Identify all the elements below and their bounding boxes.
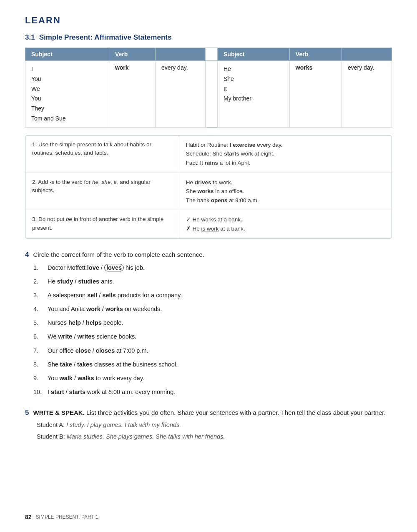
table-left-adverb: every day. bbox=[156, 61, 206, 128]
exercise-5-header: 5 WRITE & SPEAK. List three activities y… bbox=[25, 409, 392, 417]
table-left-extra-header bbox=[156, 48, 206, 61]
sentence-2-num: 2. bbox=[33, 277, 45, 286]
section-title: Simple Present: Affirmative Statements bbox=[39, 33, 172, 42]
exercise-4-list: 1. Doctor Moffett love / loves his job. … bbox=[25, 263, 392, 397]
student-b-text: Maria studies. She plays games. She talk… bbox=[67, 433, 225, 440]
sentence-10-num: 10. bbox=[33, 387, 45, 397]
table-right-verb-header: Verb bbox=[289, 48, 342, 61]
exercise-5-body: Student A: I study. I play games. I talk… bbox=[25, 420, 392, 441]
notes-row-3: 3. Do not put be in front of another ver… bbox=[25, 210, 392, 238]
student-a-label: Student A: bbox=[37, 422, 66, 428]
exercise-5-section: 5 WRITE & SPEAK. List three activities y… bbox=[25, 409, 392, 441]
notes-left-1: 1. Use the simple present to talk about … bbox=[25, 136, 179, 173]
sentence-5-num: 5. bbox=[33, 318, 45, 328]
exercise-4-instruction: Circle the correct form of the verb to c… bbox=[33, 251, 204, 258]
table-right-adverb: every day. bbox=[342, 61, 392, 128]
student-b-label: Student B: bbox=[37, 433, 67, 440]
student-b-line: Student B: Maria studies. She plays game… bbox=[37, 432, 392, 442]
sentence-8: 8. She take / takes classes at the busin… bbox=[33, 360, 392, 369]
sentence-7-text: Our office close / closes at 7:00 p.m. bbox=[48, 346, 148, 356]
sentence-9-text: You walk / walks to work every day. bbox=[48, 374, 144, 383]
sentence-9: 9. You walk / walks to work every day. bbox=[33, 374, 392, 383]
learn-title: LEARN bbox=[25, 15, 392, 26]
sentence-1-num: 1. bbox=[33, 263, 45, 273]
sentence-4: 4. You and Anita work / works on weekend… bbox=[33, 304, 392, 314]
notes-right-1: Habit or Routine: I exercise every day. … bbox=[179, 136, 392, 173]
sentence-3: 3. A salesperson sell / sells products f… bbox=[33, 291, 392, 300]
notes-left-2: 2. Add -s to the verb for he, she, it, a… bbox=[25, 173, 179, 210]
table-left-subjects: IYouWeYouTheyTom and Sue bbox=[25, 61, 109, 128]
section-number: 3.1 bbox=[25, 33, 35, 42]
sentence-10-text: I start / starts work at 8:00 a.m. every… bbox=[48, 387, 175, 397]
notes-box: 1. Use the simple present to talk about … bbox=[25, 135, 392, 239]
write-speak-label: WRITE & SPEAK. bbox=[33, 409, 84, 416]
sentence-6-num: 6. bbox=[33, 332, 45, 341]
notes-right-2: He drives to work. She works in an offic… bbox=[179, 173, 392, 210]
footer-label: SIMPLE PRESENT: PART 1 bbox=[36, 514, 98, 520]
notes-right-3: ✓ He works at a bank. ✗ He is work at a … bbox=[179, 210, 392, 238]
sentence-7-num: 7. bbox=[33, 346, 45, 356]
table-left-verb: work bbox=[109, 61, 155, 128]
sentence-2: 2. He study / studies ants. bbox=[33, 277, 392, 286]
sentence-7: 7. Our office close / closes at 7:00 p.m… bbox=[33, 346, 392, 356]
sentence-2-text: He study / studies ants. bbox=[48, 277, 114, 286]
sentence-6-text: We write / writes science books. bbox=[48, 332, 136, 341]
sentence-1-text: Doctor Moffett love / loves his job. bbox=[48, 263, 145, 273]
sentence-9-num: 9. bbox=[33, 374, 45, 383]
notes-row-1: 1. Use the simple present to talk about … bbox=[25, 136, 392, 173]
table-right-extra-header bbox=[342, 48, 392, 61]
sentence-5-text: Nurses help / helps people. bbox=[48, 318, 123, 328]
student-a-line: Student A: I study. I play games. I talk… bbox=[37, 420, 392, 430]
sentence-8-num: 8. bbox=[33, 360, 45, 369]
table-right-subjects: HeSheItMy brother bbox=[218, 61, 290, 128]
sentence-5: 5. Nurses help / helps people. bbox=[33, 318, 392, 328]
notes-row-2: 2. Add -s to the verb for he, she, it, a… bbox=[25, 173, 392, 211]
sentence-1: 1. Doctor Moffett love / loves his job. bbox=[33, 263, 392, 273]
table-left-subject-header: Subject bbox=[25, 48, 109, 61]
table-right-subject-header: Subject bbox=[218, 48, 290, 61]
exercise-4-number: 4 bbox=[25, 251, 29, 259]
page-number: 82 bbox=[25, 514, 32, 520]
exercise-5-number: 5 bbox=[25, 409, 29, 417]
grammar-table: Subject Verb Subject Verb IYouWeYouTheyT… bbox=[25, 48, 392, 128]
exercise-5-body-text: List three activities you do often. Shar… bbox=[86, 409, 386, 416]
sentence-6: 6. We write / writes science books. bbox=[33, 332, 392, 341]
exercise-5-instruction: WRITE & SPEAK. List three activities you… bbox=[33, 409, 385, 416]
exercise-4-section: 4 Circle the correct form of the verb to… bbox=[25, 251, 392, 397]
sentence-3-num: 3. bbox=[33, 291, 45, 300]
sentence-3-text: A salesperson sell / sells products for … bbox=[48, 291, 182, 300]
table-right-verb: works bbox=[289, 61, 342, 128]
exercise-4-header: 4 Circle the correct form of the verb to… bbox=[25, 251, 392, 259]
sentence-8-text: She take / takes classes at the business… bbox=[48, 360, 178, 369]
section-heading: 3.1 Simple Present: Affirmative Statemen… bbox=[25, 33, 392, 42]
sentence-10: 10. I start / starts work at 8:00 a.m. e… bbox=[33, 387, 392, 397]
sentence-4-num: 4. bbox=[33, 304, 45, 314]
sentence-4-text: You and Anita work / works on weekends. bbox=[48, 304, 162, 314]
page-footer: 82 SIMPLE PRESENT: PART 1 bbox=[25, 514, 98, 520]
table-left-verb-header: Verb bbox=[109, 48, 155, 61]
student-a-text: I study. I play games. I talk with my fr… bbox=[66, 422, 181, 428]
notes-left-3: 3. Do not put be in front of another ver… bbox=[25, 210, 179, 238]
